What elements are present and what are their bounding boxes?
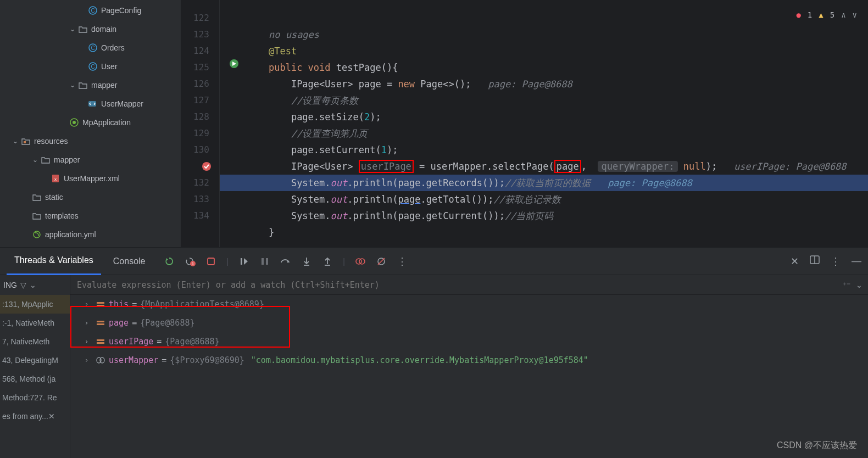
tree-item-usermapperxml[interactable]: xUserMapper.xml	[0, 169, 181, 188]
code-line-current: System.out.println(page.getRecords());//…	[220, 175, 868, 191]
svg-text:C: C	[91, 64, 94, 70]
var-string: "com.baomidou.mybatisplus.core.override.…	[251, 355, 588, 365]
tree-item-mpapp[interactable]: MpApplication	[0, 113, 181, 132]
tree-item-static[interactable]: static	[0, 188, 181, 206]
frame-row[interactable]: es from any... ✕	[0, 407, 70, 426]
code-line: }	[220, 224, 868, 241]
tree-item-resources[interactable]: ⌄resources	[0, 132, 181, 150]
inspection-status[interactable]: ●1 ▲5 ∧ ∨	[796, 7, 857, 23]
prev-highlight-icon[interactable]: ∧	[841, 7, 845, 23]
line-number: 134	[181, 208, 209, 224]
comment: //当前页码	[505, 210, 553, 221]
folder-icon	[77, 25, 89, 33]
stop-icon[interactable]	[205, 256, 216, 267]
tree-item-domain[interactable]: ⌄domain	[0, 20, 181, 38]
code-line: IPage<User> userIPage = userMapper.selec…	[220, 158, 868, 175]
variable-row[interactable]: › page = {Page@8688}	[70, 314, 868, 332]
comment: //设置查询第几页	[291, 128, 368, 139]
tree-item-mapper[interactable]: ⌄mapper	[0, 76, 181, 94]
svg-text:1: 1	[192, 261, 194, 266]
warning-icon: ▲	[819, 7, 823, 23]
view-breakpoints-icon[interactable]	[355, 256, 366, 267]
chevron-down-icon: ⌄	[11, 137, 20, 145]
xml-file-icon: x	[49, 174, 62, 183]
options-icon[interactable]: ⋮	[831, 255, 841, 267]
class-icon: C	[87, 43, 99, 52]
tree-item-mapper2[interactable]: ⌄mapper	[0, 150, 181, 169]
frames-label: ING	[3, 281, 17, 289]
tree-label: mapper	[54, 155, 80, 164]
tree-label: PageConfig	[101, 6, 141, 15]
mute-breakpoints-icon[interactable]	[376, 256, 387, 267]
frame-row[interactable]: :131, MpApplic	[0, 295, 70, 314]
more-icon[interactable]: ⋮	[397, 256, 408, 267]
code-line: @Test	[220, 43, 868, 59]
tree-label: UserMapper.xml	[64, 174, 120, 183]
close-icon[interactable]: ✕	[791, 255, 799, 267]
variable-row[interactable]: › this = {MpApplicationTests@8689}	[70, 295, 868, 314]
code-line: page.setCurrent(1);	[220, 142, 868, 158]
tree-item-orders[interactable]: COrders	[0, 38, 181, 57]
variable-row[interactable]: › userIPage = {Page@8688}	[70, 332, 868, 351]
tree-label: templates	[45, 211, 79, 220]
chevron-right-icon: ›	[85, 338, 92, 345]
frame-row[interactable]: :-1, NativeMeth	[0, 314, 70, 332]
svg-point-12	[34, 231, 40, 238]
chevron-right-icon: ›	[85, 356, 92, 364]
tree-item-templates[interactable]: templates	[0, 206, 181, 225]
svg-point-13	[202, 162, 211, 171]
minimize-icon[interactable]: —	[852, 255, 861, 267]
svg-point-36	[100, 358, 104, 363]
pause-icon[interactable]	[259, 256, 270, 267]
comment: //获取总记录数	[493, 194, 560, 205]
resume-icon[interactable]	[238, 256, 249, 267]
inline-hint: page: Page@8688	[488, 79, 572, 90]
code-editor[interactable]: 122 123 124 125 126 127 128 129 130 132 …	[181, 0, 868, 247]
frames-panel[interactable]: ING ▽ ⌄ :131, MpApplic :-1, NativeMeth 7…	[0, 275, 70, 458]
rerun-icon[interactable]	[164, 256, 175, 267]
svg-text:C: C	[91, 8, 94, 14]
var-value: {MpApplicationTests@8689}	[140, 299, 264, 309]
tree-item-appyml[interactable]: application.yml	[0, 225, 181, 244]
code-area[interactable]: ●1 ▲5 ∧ ∨ no usages @Test public void te…	[220, 0, 868, 247]
tree-item-user[interactable]: CUser	[0, 57, 181, 76]
yml-file-icon	[31, 230, 43, 239]
watermark: CSDN @不应该热爱	[777, 440, 857, 451]
add-watch-icon[interactable]: ⁺⁼	[843, 281, 850, 289]
svg-point-8	[73, 121, 76, 124]
frame-row[interactable]: 43, DelegatingM	[0, 351, 70, 370]
chevron-down-icon[interactable]: ⌄	[30, 281, 36, 289]
code-line: //设置每页条数	[220, 92, 868, 109]
var-name: userIPage	[109, 337, 153, 347]
evaluate-input[interactable]	[77, 280, 843, 290]
proxy-icon	[96, 357, 105, 364]
step-out-icon[interactable]	[322, 256, 333, 267]
step-over-icon[interactable]	[280, 256, 291, 267]
breakpoint-line[interactable]	[181, 158, 209, 175]
svg-rect-18	[241, 258, 242, 265]
run-gutter-icon[interactable]	[229, 58, 240, 69]
tree-item-usermapper[interactable]: UserMapper	[0, 94, 181, 113]
variable-row[interactable]: › userMapper = {$Proxy69@8690} "com.baom…	[70, 351, 868, 370]
tab-threads-variables[interactable]: Threads & Variables	[7, 248, 101, 275]
frame-row[interactable]: Method:727. Re	[0, 388, 70, 407]
layout-icon[interactable]	[810, 255, 820, 267]
chevron-down-icon: ⌄	[68, 81, 77, 89]
rerun-failed-icon[interactable]: 1	[185, 256, 196, 267]
next-highlight-icon[interactable]: ∨	[853, 7, 857, 23]
param-hint: queryWrapper:	[598, 161, 677, 172]
usage-hint: no usages	[269, 29, 319, 40]
filter-icon[interactable]: ▽	[20, 281, 26, 289]
evaluate-input-row[interactable]: ⁺⁼ ⌄	[70, 275, 868, 295]
chevron-down-icon[interactable]: ⌄	[856, 281, 863, 289]
tab-console[interactable]: Console	[105, 248, 153, 275]
project-tree[interactable]: CPageConfig ⌄domain COrders CUser ⌄mappe…	[0, 0, 181, 247]
code-line: System.out.println(page.getTotal());//获取…	[220, 191, 868, 208]
frame-row[interactable]: 7, NativeMeth	[0, 332, 70, 351]
tree-item-pageconfig[interactable]: CPageConfig	[0, 1, 181, 20]
code-line: no usages	[220, 26, 868, 43]
frame-row[interactable]: 568, Method (ja	[0, 370, 70, 388]
variables-panel[interactable]: ⁺⁼ ⌄ › this = {MpApplicationTests@8689} …	[70, 275, 868, 458]
step-into-icon[interactable]	[301, 256, 312, 267]
warning-count: 5	[830, 7, 834, 23]
